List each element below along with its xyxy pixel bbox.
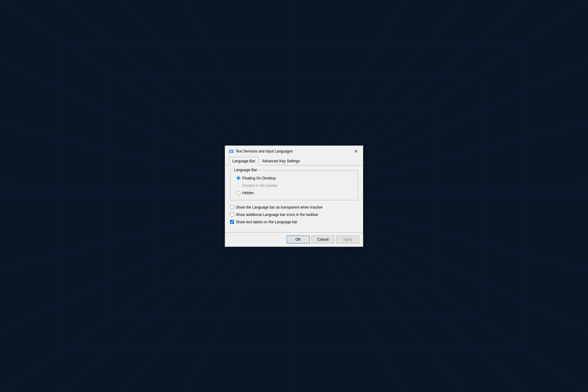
tab-advanced-key-settings[interactable]: Advanced Key Settings [258, 157, 303, 165]
title-bar: Text Services and Input Languages ✕ [225, 146, 363, 157]
svg-rect-42 [232, 151, 233, 152]
checkbox-transparent-row: Show the Language bar as transparent whe… [230, 205, 358, 209]
svg-rect-40 [230, 151, 231, 152]
svg-rect-39 [229, 151, 230, 152]
keyboard-icon [229, 149, 234, 154]
radio-docked-input [236, 183, 240, 187]
checkbox-additional-icons[interactable] [230, 213, 234, 217]
title-bar-left: Text Services and Input Languages [229, 149, 293, 154]
checkbox-text-labels-row: Show text labels on the Language bar [230, 220, 358, 224]
svg-rect-41 [231, 151, 232, 152]
checkbox-additional-icons-label: Show additional Language bar icons in th… [236, 213, 318, 217]
radio-hidden[interactable]: Hidden [236, 191, 354, 195]
checkbox-transparent-label: Show the Language bar as transparent whe… [236, 205, 323, 209]
tabs-bar: Language Bar Advanced Key Settings [225, 157, 363, 165]
radio-hidden-label: Hidden [242, 191, 254, 195]
radio-hidden-input[interactable] [236, 191, 240, 195]
dialog-footer: OK Cancel Apply [225, 232, 363, 247]
cancel-button[interactable]: Cancel [311, 236, 334, 243]
checkbox-transparent[interactable] [230, 205, 234, 209]
language-bar-group: Language Bar Floating On Desktop Docked … [230, 170, 358, 200]
svg-rect-35 [229, 150, 230, 151]
tab-language-bar[interactable]: Language Bar [229, 157, 258, 165]
radio-floating[interactable]: Floating On Desktop [236, 176, 354, 180]
dialog-body: Language Bar Floating On Desktop Docked … [225, 165, 363, 232]
radio-docked-label: Docked in the taskbar [242, 183, 278, 188]
text-services-dialog: Text Services and Input Languages ✕ Lang… [225, 145, 363, 247]
checkbox-additional-icons-row: Show additional Language bar icons in th… [230, 213, 358, 217]
svg-rect-36 [230, 150, 231, 151]
svg-rect-38 [232, 150, 233, 151]
apply-button[interactable]: Apply [336, 236, 359, 243]
group-box-legend: Language Bar [233, 168, 258, 172]
dialog-title: Text Services and Input Languages [236, 149, 293, 153]
checkbox-text-labels-label: Show text labels on the Language bar [236, 220, 297, 224]
radio-floating-label: Floating On Desktop [242, 176, 276, 180]
close-button[interactable]: ✕ [353, 148, 359, 154]
radio-floating-input[interactable] [236, 176, 240, 180]
svg-rect-37 [231, 150, 232, 151]
svg-rect-43 [230, 152, 232, 152]
radio-docked: Docked in the taskbar [236, 183, 354, 188]
checkbox-text-labels[interactable] [230, 220, 234, 224]
ok-button[interactable]: OK [287, 236, 310, 243]
